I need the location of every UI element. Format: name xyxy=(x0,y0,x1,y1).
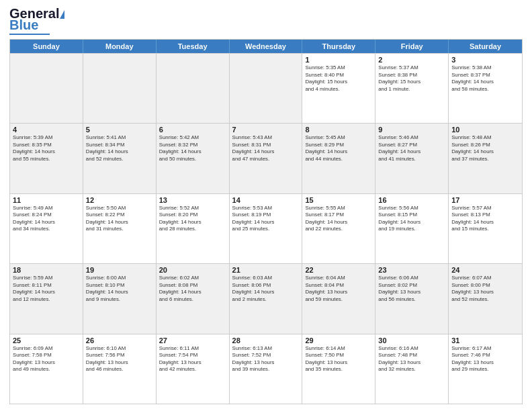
day-number: 17 xyxy=(451,196,519,204)
cell-info: Sunrise: 5:56 AMSunset: 8:15 PMDaylight:… xyxy=(378,205,445,233)
day-number: 21 xyxy=(232,266,300,274)
day-number: 8 xyxy=(305,126,372,134)
cell-info: Sunrise: 5:48 AMSunset: 8:26 PMDaylight:… xyxy=(451,134,519,163)
day-number: 3 xyxy=(451,56,519,64)
cell-info: Sunrise: 5:52 AMSunset: 8:20 PMDaylight:… xyxy=(159,205,226,233)
day-number: 12 xyxy=(86,196,153,204)
calendar-header: SundayMondayTuesdayWednesdayThursdayFrid… xyxy=(10,40,522,53)
day-number: 31 xyxy=(451,336,519,345)
cell-info: Sunrise: 5:37 AMSunset: 8:38 PMDaylight:… xyxy=(378,64,445,93)
cell-info: Sunrise: 5:46 AMSunset: 8:27 PMDaylight:… xyxy=(378,134,445,163)
day-number: 11 xyxy=(13,196,80,204)
day-cell-6: 6Sunrise: 5:42 AMSunset: 8:32 PMDaylight… xyxy=(157,124,230,193)
day-cell-24: 24Sunrise: 6:07 AMSunset: 8:00 PMDayligh… xyxy=(449,264,522,333)
header-day-friday: Friday xyxy=(375,40,449,53)
cell-info: Sunrise: 6:03 AMSunset: 8:06 PMDaylight:… xyxy=(232,275,300,303)
day-number: 16 xyxy=(378,196,445,204)
day-cell-18: 18Sunrise: 5:59 AMSunset: 8:11 PMDayligh… xyxy=(10,264,83,333)
calendar-row-5: 25Sunrise: 6:09 AMSunset: 7:58 PMDayligh… xyxy=(10,334,522,404)
calendar-body: 1Sunrise: 5:35 AMSunset: 8:40 PMDaylight… xyxy=(10,53,522,404)
header-day-sunday: Sunday xyxy=(10,40,83,53)
day-number: 30 xyxy=(378,336,445,345)
cell-info: Sunrise: 6:10 AMSunset: 7:56 PMDaylight:… xyxy=(86,345,153,373)
cell-info: Sunrise: 6:00 AMSunset: 8:10 PMDaylight:… xyxy=(86,275,153,303)
cell-info: Sunrise: 5:57 AMSunset: 8:13 PMDaylight:… xyxy=(451,205,519,233)
cell-info: Sunrise: 5:59 AMSunset: 8:11 PMDaylight:… xyxy=(13,275,80,303)
cell-info: Sunrise: 6:06 AMSunset: 8:02 PMDaylight:… xyxy=(378,275,445,303)
day-number: 9 xyxy=(378,126,445,134)
day-cell-28: 28Sunrise: 6:13 AMSunset: 7:52 PMDayligh… xyxy=(230,334,303,404)
empty-cell xyxy=(230,54,303,123)
calendar-row-4: 18Sunrise: 5:59 AMSunset: 8:11 PMDayligh… xyxy=(10,263,522,333)
day-cell-20: 20Sunrise: 6:02 AMSunset: 8:08 PMDayligh… xyxy=(157,264,230,333)
empty-cell xyxy=(10,54,83,123)
cell-info: Sunrise: 6:02 AMSunset: 8:08 PMDaylight:… xyxy=(159,275,226,303)
empty-cell xyxy=(83,54,157,123)
cell-info: Sunrise: 6:11 AMSunset: 7:54 PMDaylight:… xyxy=(159,345,226,373)
day-cell-25: 25Sunrise: 6:09 AMSunset: 7:58 PMDayligh… xyxy=(10,334,83,404)
logo-underline xyxy=(9,34,50,35)
day-number: 5 xyxy=(86,126,153,134)
day-cell-23: 23Sunrise: 6:06 AMSunset: 8:02 PMDayligh… xyxy=(375,264,449,333)
cell-info: Sunrise: 6:13 AMSunset: 7:52 PMDaylight:… xyxy=(232,345,300,373)
day-cell-10: 10Sunrise: 5:48 AMSunset: 8:26 PMDayligh… xyxy=(449,124,522,193)
cell-info: Sunrise: 5:55 AMSunset: 8:17 PMDaylight:… xyxy=(305,205,372,233)
calendar: SundayMondayTuesdayWednesdayThursdayFrid… xyxy=(9,39,523,404)
header-day-monday: Monday xyxy=(83,40,157,53)
day-cell-15: 15Sunrise: 5:55 AMSunset: 8:17 PMDayligh… xyxy=(302,194,375,263)
cell-info: Sunrise: 5:35 AMSunset: 8:40 PMDaylight:… xyxy=(305,64,372,93)
cell-info: Sunrise: 6:16 AMSunset: 7:48 PMDaylight:… xyxy=(378,345,445,373)
day-cell-7: 7Sunrise: 5:43 AMSunset: 8:31 PMDaylight… xyxy=(230,124,303,193)
logo: General Blue xyxy=(9,7,65,35)
day-cell-27: 27Sunrise: 6:11 AMSunset: 7:54 PMDayligh… xyxy=(157,334,230,404)
day-number: 26 xyxy=(86,336,153,345)
day-number: 24 xyxy=(451,266,519,274)
day-cell-31: 31Sunrise: 6:17 AMSunset: 7:46 PMDayligh… xyxy=(449,334,522,404)
day-cell-21: 21Sunrise: 6:03 AMSunset: 8:06 PMDayligh… xyxy=(230,264,303,333)
day-number: 6 xyxy=(159,126,226,134)
day-number: 7 xyxy=(232,126,300,134)
day-number: 19 xyxy=(86,266,153,274)
day-cell-30: 30Sunrise: 6:16 AMSunset: 7:48 PMDayligh… xyxy=(375,334,449,404)
day-number: 13 xyxy=(159,196,226,204)
day-number: 1 xyxy=(305,56,372,64)
day-number: 18 xyxy=(13,266,80,274)
day-number: 15 xyxy=(305,196,372,204)
day-number: 20 xyxy=(159,266,226,274)
header-day-thursday: Thursday xyxy=(302,40,375,53)
day-number: 29 xyxy=(305,336,372,345)
cell-info: Sunrise: 5:50 AMSunset: 8:22 PMDaylight:… xyxy=(86,205,153,233)
empty-cell xyxy=(157,54,230,123)
cell-info: Sunrise: 6:04 AMSunset: 8:04 PMDaylight:… xyxy=(305,275,372,303)
cell-info: Sunrise: 5:49 AMSunset: 8:24 PMDaylight:… xyxy=(13,205,80,233)
day-cell-5: 5Sunrise: 5:41 AMSunset: 8:34 PMDaylight… xyxy=(83,124,157,193)
cell-info: Sunrise: 6:07 AMSunset: 8:00 PMDaylight:… xyxy=(451,275,519,303)
header: General Blue xyxy=(9,7,523,35)
day-cell-13: 13Sunrise: 5:52 AMSunset: 8:20 PMDayligh… xyxy=(157,194,230,263)
calendar-row-3: 11Sunrise: 5:49 AMSunset: 8:24 PMDayligh… xyxy=(10,193,522,263)
day-cell-4: 4Sunrise: 5:39 AMSunset: 8:35 PMDaylight… xyxy=(10,124,83,193)
day-cell-19: 19Sunrise: 6:00 AMSunset: 8:10 PMDayligh… xyxy=(83,264,157,333)
day-cell-26: 26Sunrise: 6:10 AMSunset: 7:56 PMDayligh… xyxy=(83,334,157,404)
cell-info: Sunrise: 6:14 AMSunset: 7:50 PMDaylight:… xyxy=(305,345,372,373)
calendar-row-1: 1Sunrise: 5:35 AMSunset: 8:40 PMDaylight… xyxy=(10,53,522,123)
cell-info: Sunrise: 5:43 AMSunset: 8:31 PMDaylight:… xyxy=(232,134,300,163)
day-number: 22 xyxy=(305,266,372,274)
header-day-wednesday: Wednesday xyxy=(230,40,303,53)
cell-info: Sunrise: 5:39 AMSunset: 8:35 PMDaylight:… xyxy=(13,134,80,163)
day-number: 14 xyxy=(232,196,300,204)
day-cell-14: 14Sunrise: 5:53 AMSunset: 8:19 PMDayligh… xyxy=(230,194,303,263)
header-day-tuesday: Tuesday xyxy=(157,40,230,53)
day-number: 4 xyxy=(13,126,80,134)
cell-info: Sunrise: 6:09 AMSunset: 7:58 PMDaylight:… xyxy=(13,345,80,373)
page: General Blue SundayMondayTuesdayWednesda… xyxy=(0,0,532,411)
day-number: 27 xyxy=(159,336,226,345)
calendar-row-2: 4Sunrise: 5:39 AMSunset: 8:35 PMDaylight… xyxy=(10,123,522,193)
cell-info: Sunrise: 5:45 AMSunset: 8:29 PMDaylight:… xyxy=(305,134,372,163)
day-cell-12: 12Sunrise: 5:50 AMSunset: 8:22 PMDayligh… xyxy=(83,194,157,263)
day-cell-9: 9Sunrise: 5:46 AMSunset: 8:27 PMDaylight… xyxy=(375,124,449,193)
cell-info: Sunrise: 5:38 AMSunset: 8:37 PMDaylight:… xyxy=(451,64,519,93)
day-cell-2: 2Sunrise: 5:37 AMSunset: 8:38 PMDaylight… xyxy=(375,54,449,123)
day-cell-29: 29Sunrise: 6:14 AMSunset: 7:50 PMDayligh… xyxy=(302,334,375,404)
day-cell-16: 16Sunrise: 5:56 AMSunset: 8:15 PMDayligh… xyxy=(375,194,449,263)
